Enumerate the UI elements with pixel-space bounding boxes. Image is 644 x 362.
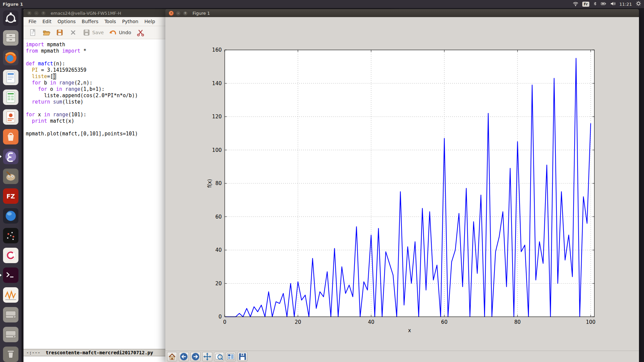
undo-button[interactable]: Undo: [109, 28, 131, 37]
launcher-item-libreoffice-writer[interactable]: [3, 69, 19, 85]
svg-text:0: 0: [218, 314, 222, 320]
launcher-item-libreoffice-impress[interactable]: [3, 109, 19, 125]
launcher-item-blue-orb-app[interactable]: [3, 208, 19, 224]
undo-label: Undo: [119, 30, 131, 35]
launcher-item-black-dots-app[interactable]: [3, 228, 19, 244]
battery-icon[interactable]: [601, 1, 606, 7]
svg-text:40: 40: [215, 247, 222, 253]
svg-text:80: 80: [215, 180, 222, 186]
launcher-item-libreoffice-calc[interactable]: [3, 89, 19, 105]
menu-tools[interactable]: Tools: [101, 18, 119, 25]
cut-button[interactable]: [137, 28, 145, 37]
emacs-maximize-button[interactable]: +: [41, 11, 46, 16]
launcher-item-trash[interactable]: [3, 346, 19, 362]
launcher-item-ubuntu-dash[interactable]: [3, 10, 19, 26]
svg-text:60: 60: [441, 319, 447, 325]
bluetooth-icon[interactable]: [593, 1, 597, 7]
figure-titlebar[interactable]: × – + Figure 1: [165, 9, 639, 17]
menu-python[interactable]: Python: [119, 18, 142, 25]
clock[interactable]: 11:21: [620, 2, 632, 7]
mpl-configure-subplots-button[interactable]: [226, 352, 236, 361]
launcher-item-filezilla[interactable]: FZ: [3, 188, 19, 204]
launcher-item-software-center[interactable]: [3, 129, 19, 145]
mpl-back-button[interactable]: [179, 352, 189, 361]
svg-text:60: 60: [215, 214, 222, 220]
figure-close-button[interactable]: ×: [169, 11, 174, 16]
svg-text:140: 140: [212, 80, 222, 86]
mpl-save-button[interactable]: [237, 352, 248, 361]
figure-minimize-button[interactable]: –: [176, 11, 181, 16]
svg-text:20: 20: [295, 319, 301, 325]
emacs-minimize-button[interactable]: –: [34, 11, 39, 16]
panel-active-app-title: Figure 1: [3, 2, 23, 7]
launcher-item-firefox[interactable]: [3, 50, 19, 66]
volume-icon[interactable]: [610, 1, 616, 7]
mpl-home-button[interactable]: [167, 352, 177, 361]
launcher-item-red-swirl-app[interactable]: [3, 247, 19, 263]
top-panel: Figure 1 Fr 11:21: [0, 0, 644, 8]
menu-buffers[interactable]: Buffers: [79, 18, 102, 25]
wifi-icon[interactable]: [573, 1, 579, 7]
menu-file[interactable]: File: [25, 18, 39, 25]
svg-text:f(x): f(x): [207, 179, 213, 188]
launcher-item-disk-drive-1[interactable]: [3, 307, 19, 323]
launcher-item-file-manager[interactable]: [3, 30, 19, 46]
mpl-pan-button[interactable]: [202, 352, 212, 361]
menu-options[interactable]: Options: [55, 18, 79, 25]
floppy-disk-button[interactable]: [56, 28, 64, 37]
line-plot[interactable]: 020406080100020406080100120140160xf(x): [165, 17, 639, 351]
menu-edit[interactable]: Edit: [39, 18, 54, 25]
svg-text:80: 80: [514, 319, 521, 325]
figure-window: × – + Figure 1 0204060801000204060801001…: [165, 9, 639, 362]
emacs-window-title: emacs24@vella-VGN-FW51MF-H: [51, 11, 121, 16]
launcher-item-emacs[interactable]: [3, 148, 19, 165]
mpl-forward-button[interactable]: [191, 352, 201, 361]
figure-maximize-button[interactable]: +: [183, 11, 188, 16]
svg-text:160: 160: [212, 47, 222, 53]
emacs-close-button[interactable]: ×: [27, 11, 32, 16]
svg-text:100: 100: [586, 319, 596, 325]
svg-text:40: 40: [368, 319, 374, 325]
svg-text:120: 120: [212, 114, 222, 120]
svg-text:0: 0: [223, 319, 226, 325]
keyboard-layout-indicator[interactable]: Fr: [582, 2, 589, 7]
launcher-item-disk-drive-2[interactable]: [3, 326, 19, 343]
new-file-button[interactable]: [29, 28, 37, 37]
open-folder-button[interactable]: [42, 28, 50, 37]
panel-indicators: Fr 11:21: [573, 1, 641, 7]
launcher-item-gimp[interactable]: [3, 168, 19, 184]
matplotlib-toolbar: [165, 351, 639, 362]
launcher: FZ: [0, 8, 21, 362]
launcher-item-waveform-app[interactable]: [3, 287, 19, 303]
svg-text:20: 20: [215, 281, 222, 287]
session-gear-icon[interactable]: [636, 1, 641, 7]
text-cursor: ]: [53, 73, 56, 79]
menu-help[interactable]: Help: [141, 18, 158, 25]
svg-text:x: x: [408, 327, 411, 334]
modeline-status: -:---: [26, 350, 40, 355]
launcher-item-terminal[interactable]: [3, 267, 19, 283]
close-button[interactable]: [69, 28, 77, 37]
modeline-filename: trescontente-mafct-mercredi20170712.py: [46, 350, 153, 355]
figure-window-title: Figure 1: [193, 11, 210, 16]
mpl-zoom-button[interactable]: [214, 352, 224, 361]
svg-text:100: 100: [212, 147, 222, 153]
svg-text:FZ: FZ: [6, 193, 15, 200]
save-button[interactable]: Save: [83, 28, 104, 37]
figure-canvas[interactable]: 020406080100020406080100120140160xf(x): [165, 17, 639, 351]
save-label: Save: [92, 30, 104, 35]
